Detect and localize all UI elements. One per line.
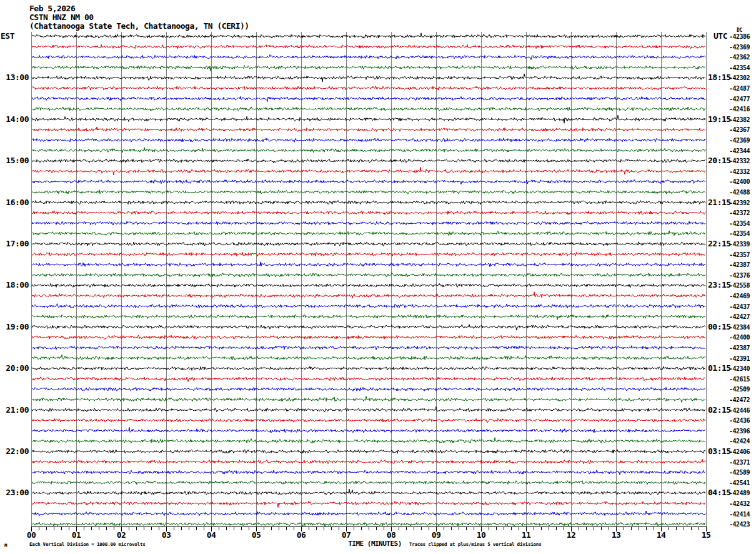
seismic-trace-row-45	[32, 501, 705, 507]
seismic-trace-row-10	[32, 138, 705, 143]
seismic-trace-row-44	[32, 489, 705, 495]
est-hour-label: 13:00	[0, 73, 29, 82]
x-tick-label: 15	[694, 531, 719, 540]
seismic-trace-row-40	[32, 450, 705, 453]
seismic-trace-row-46	[32, 511, 705, 516]
dc-offset-value: -42354	[729, 220, 750, 227]
dc-offset-value: -42376	[729, 272, 750, 279]
dc-offset-value: -42391	[729, 355, 750, 362]
dc-offset-value: -42558	[729, 282, 750, 289]
seismic-trace-row-2	[32, 55, 705, 60]
seismic-trace-row-11	[32, 148, 705, 153]
dc-offset-value: -42371	[729, 459, 750, 466]
x-tick-label: 06	[289, 531, 314, 540]
dc-offset-value: -42541	[729, 480, 750, 486]
dc-offset-value: -42384	[729, 324, 750, 331]
seismic-trace-row-3	[32, 65, 705, 71]
seismic-trace-row-12	[32, 159, 705, 163]
x-tick-label: 07	[334, 531, 359, 540]
est-hour-label: 20:00	[0, 364, 29, 373]
seismic-trace-row-0	[32, 33, 705, 38]
seismic-trace-row-33	[32, 377, 705, 382]
dc-offset-value: -42487	[729, 85, 750, 92]
seismic-trace-row-23	[32, 273, 705, 277]
seismic-trace-row-35	[32, 396, 705, 403]
dc-offset-value: -42400	[729, 178, 750, 185]
dc-offset-value: -42424	[729, 438, 750, 445]
x-tick-label: 01	[64, 531, 89, 540]
dc-offset-value: -42332	[729, 158, 750, 164]
est-hour-label: 15:00	[0, 156, 29, 165]
x-tick-label: 05	[244, 531, 269, 540]
x-tick-label: 13	[604, 531, 629, 540]
seismic-trace-row-36	[32, 406, 705, 412]
dc-offset-value: -42509	[729, 386, 750, 393]
seismic-trace-row-27	[32, 315, 705, 320]
seismic-trace-row-13	[32, 167, 705, 175]
x-tick-label: 03	[154, 531, 179, 540]
x-tick-label: 08	[379, 531, 404, 540]
dc-offset-value: -42332	[729, 168, 750, 175]
dc-offset-value: -42488	[729, 189, 750, 196]
x-tick-label: 09	[424, 531, 449, 540]
seismic-trace-row-37	[32, 418, 705, 423]
utc-hour-label: 22:15	[708, 239, 731, 248]
dc-offset-value: -42432	[729, 500, 750, 507]
utc-hour-label: 20:15	[708, 156, 731, 165]
dc-offset-value: -42396	[729, 428, 750, 435]
utc-hour-label: 18:15	[708, 73, 731, 82]
est-hour-label: 17:00	[0, 239, 29, 248]
seismic-trace-row-20	[32, 242, 705, 246]
dc-offset-value: -42354	[729, 64, 750, 71]
dc-column-header: DC	[737, 28, 742, 33]
dc-offset-value: -42339	[729, 241, 750, 248]
dc-offset-value: -42472	[729, 396, 750, 403]
seismic-trace-row-30	[32, 346, 705, 350]
dc-offset-value: -42489	[729, 490, 750, 496]
est-hour-label: 21:00	[0, 406, 29, 415]
dc-offset-value: -42387	[729, 261, 750, 268]
dc-offset-value: -42423	[729, 521, 750, 528]
seismic-trace-row-38	[32, 427, 705, 433]
utc-hour-label: 23:15	[708, 281, 731, 290]
dc-offset-value: -42446	[729, 407, 750, 414]
seismic-trace-row-15	[32, 190, 705, 194]
dc-offset-value: -42367	[729, 126, 750, 133]
est-hour-label: 23:00	[0, 488, 29, 497]
dc-offset-value: -42406	[729, 448, 750, 455]
est-hour-label: 14:00	[0, 115, 29, 124]
seismic-trace-row-17	[32, 211, 705, 214]
x-tick-label: 14	[649, 531, 674, 540]
est-hour-label: 19:00	[0, 323, 29, 331]
x-tick-label: 00	[19, 531, 44, 540]
dc-offset-value: -42400	[729, 334, 750, 341]
seismic-trace-row-5	[32, 86, 705, 91]
dc-offset-value: -42477	[729, 96, 750, 103]
seismic-trace-row-18	[32, 221, 705, 225]
dc-offset-value: -42392	[729, 199, 750, 206]
seismic-trace-row-47	[32, 522, 705, 526]
utc-hour-label: 21:15	[708, 198, 731, 207]
seismic-trace-row-29	[32, 335, 705, 340]
seismic-trace-row-32	[32, 366, 705, 370]
header-station-description: (Chattanooga State Tech, Chattanooga, TN…	[29, 22, 249, 31]
seismic-trace-row-43	[32, 481, 705, 485]
seismic-trace-row-14	[32, 179, 705, 184]
x-axis-title: TIME (MINUTES)	[337, 540, 412, 548]
scale-symbol: M	[4, 543, 7, 548]
dc-offset-value: -42386	[729, 33, 750, 40]
est-hour-label: 22:00	[0, 447, 29, 456]
dc-offset-value: -42372	[729, 209, 750, 216]
dc-offset-value: -42362	[729, 54, 750, 61]
seismic-trace-row-41	[32, 459, 705, 464]
seismic-trace-row-19	[32, 231, 705, 236]
seismic-trace-row-31	[32, 355, 705, 360]
dc-offset-value: -42427	[729, 313, 750, 320]
dc-offset-value: -42436	[729, 417, 750, 424]
dc-offset-value: -42302	[729, 74, 750, 81]
clip-note: Traces clipped at plus/minus 5 vertical …	[409, 541, 541, 547]
est-hour-label: 18:00	[0, 281, 29, 290]
dc-offset-value: -42589	[729, 469, 750, 476]
x-tick-label: 04	[199, 531, 224, 540]
left-timezone-label: EST	[1, 32, 14, 41]
